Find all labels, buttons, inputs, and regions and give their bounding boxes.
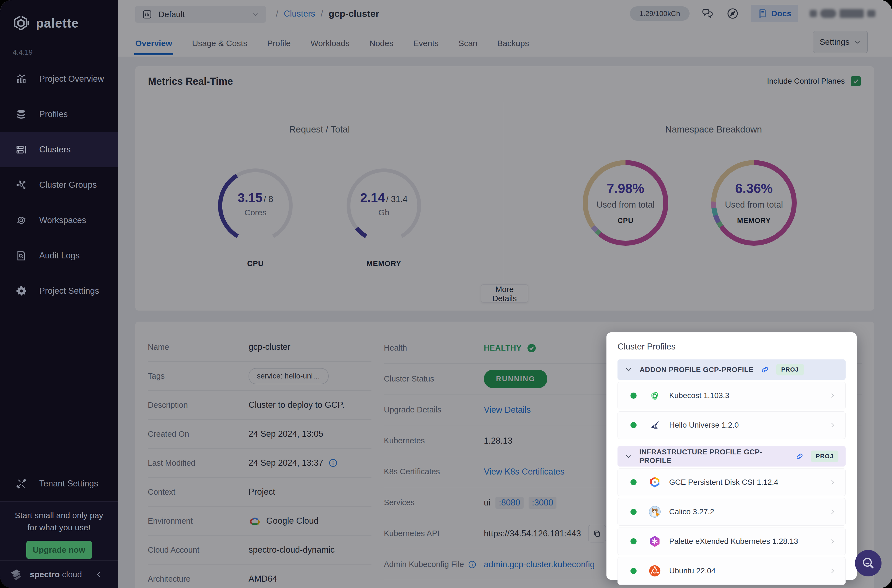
sidebar-item-label: Cluster Groups <box>39 180 97 190</box>
sidebar-item-project-overview[interactable]: Project Overview <box>0 61 118 97</box>
cluster-profiles-popup: Cluster Profiles ADDON PROFILE GCP-PROFI… <box>607 332 857 580</box>
status-dot <box>631 538 637 544</box>
chevron-down-icon <box>625 453 632 460</box>
collapse-sidebar-icon[interactable] <box>95 571 102 578</box>
status-dot <box>631 509 637 515</box>
popup-title: Cluster Profiles <box>617 342 845 352</box>
sidebar-item-label: Project Overview <box>39 74 104 84</box>
app-logo-text: palette <box>36 16 79 31</box>
sidebar-item-project-settings[interactable]: Project Settings <box>0 273 118 309</box>
palette-extended-kubernetes-icon <box>649 535 661 548</box>
addon-profile-header[interactable]: ADDON PROFILE GCP-PROFILE PROJ <box>617 359 845 380</box>
profile-row-gce-disk[interactable]: GCE Persistent Disk CSI 1.12.4 <box>617 468 845 496</box>
kubecost-icon <box>649 389 661 402</box>
audit-logs-icon <box>15 250 27 261</box>
app-version: 4.4.19 <box>0 32 118 57</box>
chevron-right-icon <box>829 422 835 428</box>
clusters-icon <box>15 144 27 155</box>
sidebar-item-label: Profiles <box>39 110 68 119</box>
ubuntu-icon <box>649 564 661 577</box>
chevron-right-icon <box>829 393 835 399</box>
infrastructure-profile-header[interactable]: INFRASTRUCTURE PROFILE GCP-PROFILE PROJ <box>617 446 845 466</box>
proj-badge: PROJ <box>776 364 804 375</box>
link-icon[interactable] <box>761 366 769 374</box>
sidebar-item-clusters[interactable]: Clusters <box>0 132 118 167</box>
chevron-right-icon <box>829 479 835 485</box>
sidebar-item-label: Clusters <box>39 145 71 154</box>
profile-row-hello-universe[interactable]: Hello Universe 1.2.0 <box>617 411 845 439</box>
status-dot <box>631 568 637 574</box>
tenant-settings-icon <box>15 478 27 489</box>
profile-row-kubecost[interactable]: Kubecost 1.103.3 <box>617 382 845 410</box>
sidebar-item-label: Audit Logs <box>39 250 80 261</box>
sidebar-item-cluster-groups[interactable]: Cluster Groups <box>0 167 118 202</box>
chevron-right-icon <box>829 538 835 544</box>
app-window: palette 4.4.19 Project Overview Profiles <box>0 0 892 588</box>
upgrade-promo: Start small and only pay for what you us… <box>0 501 118 561</box>
project-overview-icon <box>15 73 27 85</box>
chevron-right-icon <box>829 509 835 515</box>
workspaces-icon <box>15 214 27 226</box>
gce-persistent-disk-icon <box>649 476 661 489</box>
status-dot <box>631 422 637 428</box>
profile-row-pxk[interactable]: Palette eXtended Kubernetes 1.28.13 <box>617 528 845 555</box>
link-icon[interactable] <box>796 452 803 460</box>
cluster-groups-icon <box>15 179 27 191</box>
sidebar-item-audit-logs[interactable]: Audit Logs <box>0 238 118 273</box>
sidebar-item-tenant-settings[interactable]: Tenant Settings <box>0 466 118 501</box>
hello-universe-icon <box>649 419 661 431</box>
palette-logo: palette <box>0 0 118 32</box>
sidebar-nav: Project Overview Profiles Clusters <box>0 61 118 309</box>
promo-text: Start small and only pay for what you us… <box>0 509 118 534</box>
sidebar-item-label: Project Settings <box>39 286 99 296</box>
sidebar: palette 4.4.19 Project Overview Profiles <box>0 0 118 588</box>
profile-row-calico[interactable]: Calico 3.27.2 <box>617 498 845 526</box>
sidebar-footer: spectro cloud <box>0 560 118 588</box>
proj-badge: PROJ <box>811 450 838 462</box>
search-icon <box>861 556 875 570</box>
project-settings-icon <box>15 285 27 297</box>
profiles-icon <box>15 108 27 120</box>
sidebar-item-label: Workspaces <box>39 215 86 225</box>
chevron-right-icon <box>829 568 835 574</box>
spectro-cloud-logo-icon <box>8 567 24 582</box>
sidebar-item-workspaces[interactable]: Workspaces <box>0 202 118 238</box>
status-dot <box>631 393 637 399</box>
profile-row-ubuntu[interactable]: Ubuntu 22.04 <box>617 557 845 585</box>
spectro-cloud-wordmark: spectro cloud <box>30 570 82 579</box>
calico-icon <box>648 505 661 518</box>
search-assistant-fab[interactable] <box>855 550 881 576</box>
sidebar-tenant-section: Tenant Settings <box>0 466 118 501</box>
status-dot <box>631 479 637 485</box>
palette-logo-icon <box>12 14 30 32</box>
sidebar-item-profiles[interactable]: Profiles <box>0 97 118 132</box>
chevron-down-icon <box>625 366 632 374</box>
sidebar-item-label: Tenant Settings <box>39 478 98 489</box>
upgrade-now-button[interactable]: Upgrade now <box>26 541 92 559</box>
